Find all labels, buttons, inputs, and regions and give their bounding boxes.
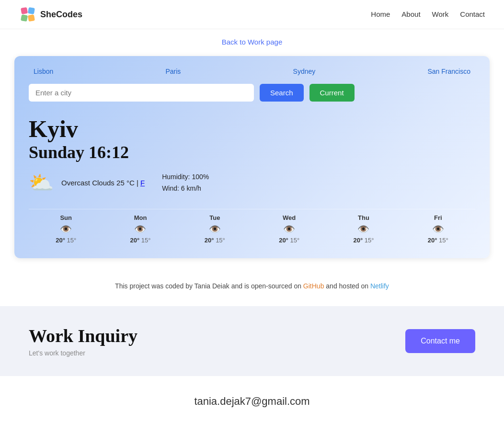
work-inquiry-section: Work Inquiry Let's work together Contact… bbox=[0, 306, 504, 376]
svg-rect-3 bbox=[21, 14, 28, 22]
svg-rect-4 bbox=[28, 14, 35, 22]
inquiry-text-group: Work Inquiry Let's work together bbox=[29, 325, 137, 357]
wind-display: Wind: 6 km/h bbox=[162, 183, 209, 194]
search-button[interactable]: Search bbox=[260, 84, 304, 102]
svg-rect-1 bbox=[21, 7, 28, 14]
svg-rect-2 bbox=[28, 7, 35, 14]
nav-contact[interactable]: Contact bbox=[460, 10, 485, 18]
forecast-tue: Tue 👁️ 20° 15° bbox=[205, 214, 225, 244]
city-link-lisbon[interactable]: Lisbon bbox=[34, 68, 53, 75]
contact-me-button[interactable]: Contact me bbox=[405, 329, 475, 353]
email-footer: tania.dejak7@gmail.com bbox=[0, 376, 504, 422]
city-datetime-display: Sunday 16:12 bbox=[29, 142, 475, 162]
back-to-work-link[interactable]: Back to Work page bbox=[222, 38, 282, 46]
weather-description: Overcast Clouds 25 °C | F bbox=[61, 179, 145, 187]
forecast-fri: Fri 👁️ 20° 15° bbox=[428, 214, 448, 244]
navbar: SheCodes Home About Work Contact bbox=[0, 0, 504, 29]
credit-text: This project was coded by Tania Deiak an… bbox=[0, 273, 504, 295]
city-quick-links: Lisbon Paris Sydney San Francisco bbox=[29, 68, 475, 75]
forecast-thu-icon: 👁️ bbox=[357, 223, 369, 235]
forecast-row: Sun 👁️ 20° 15° Mon 👁️ 20° 15° Tue 👁️ 20°… bbox=[29, 209, 475, 244]
nav-links: Home About Work Contact bbox=[371, 10, 485, 19]
weather-icon-large: ⛅ bbox=[29, 171, 54, 194]
nav-home[interactable]: Home bbox=[371, 10, 390, 18]
humidity-wind-info: Humidity: 100% Wind: 6 km/h bbox=[162, 171, 209, 194]
logo[interactable]: SheCodes bbox=[19, 6, 82, 23]
email-link[interactable]: tania.dejak7@gmail.com bbox=[194, 395, 309, 407]
forecast-fri-icon: 👁️ bbox=[432, 223, 444, 235]
back-link-container: Back to Work page bbox=[0, 29, 504, 51]
humidity-display: Humidity: 100% bbox=[162, 171, 209, 183]
current-location-button[interactable]: Current bbox=[309, 84, 355, 102]
weather-widget: Lisbon Paris Sydney San Francisco Search… bbox=[14, 56, 490, 258]
temp-unit-f-link[interactable]: F bbox=[140, 179, 145, 187]
city-search-input[interactable] bbox=[29, 84, 254, 102]
city-link-paris[interactable]: Paris bbox=[165, 68, 181, 75]
forecast-thu: Thu 👁️ 20° 15° bbox=[353, 214, 374, 244]
forecast-tue-icon: 👁️ bbox=[209, 223, 221, 235]
city-link-sydney[interactable]: Sydney bbox=[293, 68, 316, 75]
logo-text: SheCodes bbox=[40, 10, 82, 20]
city-name-display: Kyiv bbox=[29, 116, 475, 142]
city-link-sf[interactable]: San Francisco bbox=[427, 68, 470, 75]
inquiry-title: Work Inquiry bbox=[29, 325, 137, 346]
search-row: Search Current bbox=[29, 84, 475, 102]
inquiry-subtitle: Let's work together bbox=[29, 349, 137, 357]
forecast-sun: Sun 👁️ 20° 15° bbox=[56, 214, 76, 244]
nav-work[interactable]: Work bbox=[432, 10, 449, 18]
forecast-sun-icon: 👁️ bbox=[60, 223, 72, 235]
github-link[interactable]: GitHub bbox=[303, 282, 324, 290]
nav-about[interactable]: About bbox=[401, 10, 420, 18]
forecast-wed-icon: 👁️ bbox=[283, 223, 295, 235]
forecast-mon-icon: 👁️ bbox=[134, 223, 146, 235]
weather-detail-row: ⛅ Overcast Clouds 25 °C | F Humidity: 10… bbox=[29, 171, 475, 194]
forecast-wed: Wed 👁️ 20° 15° bbox=[279, 214, 299, 244]
forecast-mon: Mon 👁️ 20° 15° bbox=[130, 214, 151, 244]
netlify-link[interactable]: Netlify bbox=[370, 282, 389, 290]
shecodes-logo-icon bbox=[19, 6, 36, 23]
